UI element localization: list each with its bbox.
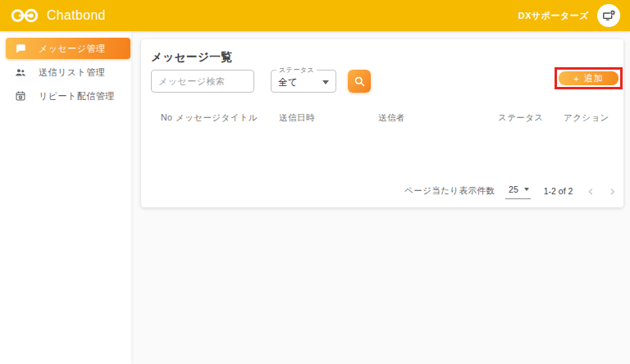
column-header-sender: 送信者 [378,112,405,124]
user-name-label: DXサポーターズ [518,10,589,22]
column-header-no: No [161,112,172,122]
rows-per-page-value: 25 [509,184,518,194]
column-header-action: アクション [564,112,609,124]
column-header-status: ステータス [498,112,543,124]
sidebar-item-message-management[interactable]: メッセージ管理 [6,38,130,59]
status-filter-label: ステータス [276,66,317,74]
status-filter-value: 全て [278,76,298,89]
rows-per-page-label: ページ当たり表示件数 [404,185,495,197]
previous-page-button[interactable]: ‹ [587,185,593,197]
column-header-message-title: メッセージタイトル [176,112,258,124]
chevron-down-icon [322,80,329,84]
add-button-label: 追加 [584,72,604,84]
search-icon [354,75,366,88]
sidebar-item-label: 送信リスト管理 [39,66,105,79]
sidebar: メッセージ管理 送信リスト管理 リピート配信管理 [0,31,131,364]
calendar-repeat-icon [15,90,26,102]
brand-logo[interactable]: Chatbond [10,7,106,25]
rows-per-page-select[interactable]: 25 [505,183,531,199]
chatbond-link-icon [10,7,39,25]
page-title: メッセージ一覧 [151,50,232,65]
people-icon [15,66,26,78]
next-page-button[interactable]: › [609,185,615,197]
highlight-box: + 追加 [555,67,623,89]
chevron-down-icon [524,188,529,191]
brand-name: Chatbond [47,8,106,23]
add-button[interactable]: + 追加 [559,71,619,85]
app-header: Chatbond DXサポーターズ [0,0,630,31]
device-plus-icon [602,9,616,23]
pagination-range-label: 1-2 of 2 [544,186,573,196]
chat-bubble-icon [15,43,26,54]
search-button[interactable] [348,70,371,93]
status-filter-select[interactable]: ステータス 全て [271,70,336,93]
sidebar-item-send-list-management[interactable]: 送信リスト管理 [6,61,130,83]
table-header-row: No メッセージタイトル 送信日時 送信者 ステータス アクション [141,112,623,124]
user-avatar[interactable] [597,4,620,27]
message-list-card: メッセージ一覧 ステータス 全て + 追加 No メッセージタイトル 送信日時 … [141,39,623,207]
sidebar-item-repeat-delivery-management[interactable]: リピート配信管理 [6,85,130,107]
pagination: ページ当たり表示件数 25 1-2 of 2 ‹ › [404,183,615,199]
plus-icon: + [573,74,579,84]
message-search-input[interactable] [151,70,254,93]
sidebar-item-label: リピート配信管理 [39,90,115,102]
column-header-send-datetime: 送信日時 [279,112,315,124]
sidebar-item-label: メッセージ管理 [39,43,106,55]
